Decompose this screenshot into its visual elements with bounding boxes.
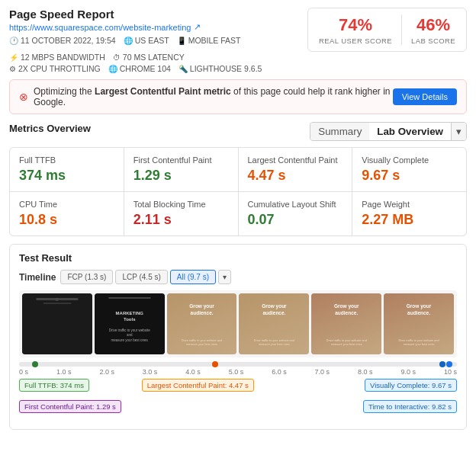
meta-region: 🌐 US EAST	[124, 36, 169, 45]
timeline-header: Timeline FCP (1.3 s) LCP (4.5 s) All (9.…	[19, 270, 457, 284]
metric-full-ttfb: Full TTFB 374 ms	[10, 148, 124, 191]
meta-row: 🕐 11 OCTOBER 2022, 19:54 🌐 US EAST 📱 MOB…	[9, 36, 307, 62]
external-link-icon: ↗	[194, 22, 201, 32]
metrics-title: Metrics Overview	[9, 123, 91, 134]
test-result-title: Test Result	[19, 252, 457, 264]
cpu-icon: ⚙	[9, 65, 16, 73]
metric-value-fcp: 1.29 s	[133, 168, 229, 184]
clock-icon: 🕐	[9, 37, 18, 45]
page-container: Page Speed Report https://www.squarespac…	[0, 0, 476, 437]
metric-value-cls: 0.07	[248, 212, 343, 228]
tab-dropdown[interactable]: ▾	[451, 123, 466, 140]
metric-lcp: Largest Contentful Paint 4.47 s	[239, 148, 352, 191]
metrics-tab-group: Summary Lab Overview ▾	[310, 122, 467, 141]
annotation-fcp: First Contentful Paint: 1.29 s	[19, 400, 121, 413]
browser-icon: 🌐	[108, 65, 117, 73]
filmstrip: MARKETINGTools Drive traffic to your web…	[19, 290, 457, 357]
meta-date: 🕐 11 OCTOBER 2022, 19:54	[9, 36, 116, 45]
metric-label-lcp: Largest Contentful Paint	[248, 155, 343, 165]
metric-label-cls: Cumulative Layout Shift	[248, 200, 343, 209]
metric-label-full-ttfb: Full TTFB	[19, 155, 114, 165]
score-divider	[401, 14, 402, 45]
test-result-section: Test Result Timeline FCP (1.3 s) LCP (4.…	[9, 244, 467, 430]
lab-score: 46% LAB SCORE	[411, 15, 455, 45]
screenshot-4: Grow youraudience. Drive traffic to your…	[239, 293, 309, 354]
bandwidth-icon: ⚡	[9, 53, 18, 62]
tab-lab-overview[interactable]: Lab Overview	[369, 123, 451, 140]
filter-all[interactable]: All (9.7 s)	[170, 270, 216, 284]
metric-value-visually-complete: 9.67 s	[362, 168, 457, 184]
globe-icon: 🌐	[124, 37, 133, 45]
metric-cpu-time: CPU Time 10.8 s	[10, 192, 124, 235]
meta-browser: 🌐 CHROME 104	[108, 64, 171, 73]
meta-lighthouse: 🔦 LIGHTHOUSE 9.6.5	[178, 64, 262, 73]
annotation-ttfb: Full TTFB: 374 ms	[19, 379, 89, 392]
timeline-ruler-container: 0 s 1.0 s 2.0 s 3.0 s 4.0 s 5.0 s 6.0 s …	[19, 362, 457, 376]
metric-value-page-weight: 2.27 MB	[362, 212, 457, 228]
ruler-track	[19, 362, 457, 367]
metric-value-full-ttfb: 374 ms	[19, 168, 114, 184]
metric-cls: Cumulative Layout Shift 0.07	[239, 192, 352, 235]
metric-label-tbt: Total Blocking Time	[133, 200, 229, 209]
metrics-overview: Metrics Overview Summary Lab Overview ▾ …	[9, 122, 467, 236]
metric-fcp: First Contentful Paint 1.29 s	[124, 148, 238, 191]
view-details-button[interactable]: View Details	[393, 88, 457, 105]
mobile-icon: 📱	[177, 37, 186, 45]
tab-summary[interactable]: Summary	[310, 123, 369, 140]
meta-bandwidth: ⚡ 12 MBPS BANDWIDTH	[9, 53, 105, 62]
meta-cpu: ⚙ 2X CPU THROTTLING	[9, 64, 101, 73]
latency-icon: ⏱	[113, 53, 121, 62]
metric-label-page-weight: Page Weight	[362, 200, 457, 209]
screenshot-3: Grow youraudience. Drive traffic to your…	[167, 293, 237, 354]
metric-page-weight: Page Weight 2.27 MB	[352, 192, 466, 235]
header: Page Speed Report https://www.squarespac…	[9, 8, 467, 73]
metrics-header: Metrics Overview Summary Lab Overview ▾	[9, 122, 467, 141]
alert-content: ⊗ Optimizing the Largest Contentful Pain…	[19, 86, 393, 107]
metric-value-tbt: 2.11 s	[133, 212, 229, 228]
metrics-grid: Full TTFB 374 ms First Contentful Paint …	[9, 147, 467, 236]
timeline-label: Timeline	[19, 272, 56, 283]
annotation-lcp: Largest Contentful Paint: 4.47 s	[142, 379, 254, 392]
lab-score-value: 46%	[411, 15, 455, 35]
metric-label-fcp: First Contentful Paint	[133, 155, 229, 165]
meta-device: 📱 MOBILE FAST	[177, 36, 241, 45]
metric-value-cpu-time: 10.8 s	[19, 212, 114, 228]
annotation-visually-complete: Visually Complete: 9.67 s	[365, 379, 457, 392]
lighthouse-icon: 🔦	[178, 65, 188, 73]
metric-label-visually-complete: Visually Complete	[362, 155, 457, 165]
screenshot-5: Grow youraudience. Drive traffic to your…	[311, 293, 381, 354]
metric-value-lcp: 4.47 s	[248, 168, 343, 184]
alert-icon: ⊗	[19, 91, 28, 103]
screenshot-1	[22, 293, 92, 354]
real-user-score: 74% REAL USER SCORE	[319, 15, 392, 45]
timeline-filter-group: FCP (1.3 s) LCP (4.5 s) All (9.7 s) ▾	[60, 270, 231, 284]
header-left: Page Speed Report https://www.squarespac…	[9, 8, 307, 73]
filter-lcp[interactable]: LCP (4.5 s)	[115, 270, 167, 284]
lab-score-label: LAB SCORE	[411, 37, 455, 45]
metric-visually-complete: Visually Complete 9.67 s	[352, 148, 466, 191]
meta-latency: ⏱ 70 MS LATENCY	[113, 53, 185, 62]
metric-tbt: Total Blocking Time 2.11 s	[124, 192, 238, 235]
screenshot-6: Grow youraudience. Drive traffic to your…	[384, 293, 454, 354]
page-url: https://www.squarespace.com/website-mark…	[9, 22, 307, 32]
ruler-labels: 0 s 1.0 s 2.0 s 3.0 s 4.0 s 5.0 s 6.0 s …	[19, 368, 457, 376]
page-url-link[interactable]: https://www.squarespace.com/website-mark…	[9, 23, 191, 32]
annotation-tti: Time to Interactive: 9.82 s	[363, 400, 457, 413]
real-user-score-label: REAL USER SCORE	[319, 37, 392, 45]
alert-text: Optimizing the Largest Contentful Paint …	[34, 86, 393, 107]
metric-label-cpu-time: CPU Time	[19, 200, 114, 209]
alert-banner: ⊗ Optimizing the Largest Contentful Pain…	[9, 79, 467, 114]
screenshot-2: MARKETINGTools Drive traffic to your web…	[95, 293, 165, 354]
real-user-score-value: 74%	[319, 15, 392, 35]
timeline-annotations: Full TTFB: 374 ms Largest Contentful Pai…	[19, 379, 457, 421]
scores-box: 74% REAL USER SCORE 46% LAB SCORE	[307, 8, 467, 52]
filter-fcp[interactable]: FCP (1.3 s)	[60, 270, 113, 284]
page-title: Page Speed Report	[9, 8, 307, 21]
filter-dropdown[interactable]: ▾	[218, 270, 231, 284]
meta-row-2: ⚙ 2X CPU THROTTLING 🌐 CHROME 104 🔦 LIGHT…	[9, 64, 307, 73]
